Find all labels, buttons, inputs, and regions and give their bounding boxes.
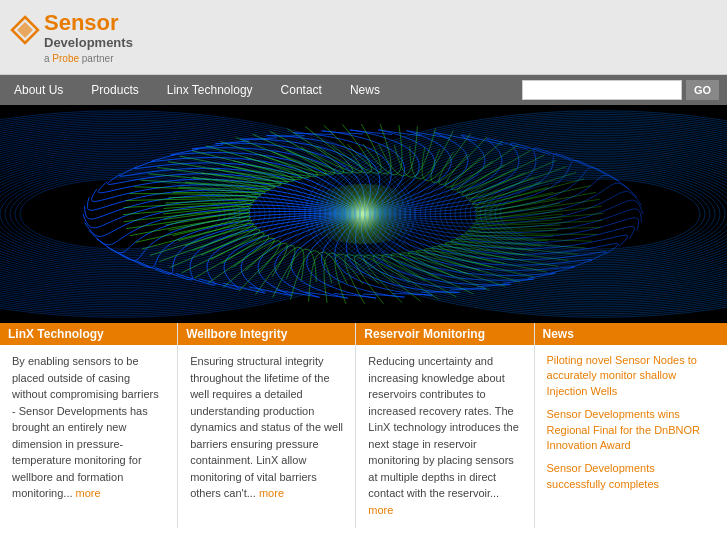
nav-products[interactable]: Products (77, 75, 152, 105)
wellbore-column: Wellbore Integrity Ensuring structural i… (178, 323, 356, 528)
nav-about-us[interactable]: About Us (0, 75, 77, 105)
linx-column: LinX Technology By enabling sensors to b… (0, 323, 178, 528)
linx-body: By enabling sensors to be placed outside… (12, 353, 165, 502)
reservoir-body: Reducing uncertainty and increasing know… (368, 353, 521, 518)
logo-icon (10, 15, 40, 45)
news-item-2[interactable]: Sensor Developments successfully complet… (547, 461, 715, 492)
wellbore-header: Wellbore Integrity (178, 323, 355, 345)
logo-probe-text: a Probe partner (44, 53, 133, 64)
news-header: News (535, 323, 727, 345)
reservoir-more-link[interactable]: more (368, 504, 393, 516)
nav-news[interactable]: News (336, 75, 394, 105)
nav-contact[interactable]: Contact (267, 75, 336, 105)
wellbore-body: Ensuring structural integrity throughout… (190, 353, 343, 502)
reservoir-column: Reservoir Monitoring Reducing uncertaint… (356, 323, 534, 528)
search-input[interactable] (522, 80, 682, 100)
reservoir-header: Reservoir Monitoring (356, 323, 533, 345)
logo-sensor-text: Sensor (44, 10, 119, 36)
news-column: News Piloting novel Sensor Nodes to accu… (535, 323, 727, 528)
logo: Sensor Developments a Probe partner (10, 10, 133, 64)
nav-linx-technology[interactable]: Linx Technology (153, 75, 267, 105)
search-area: GO (522, 80, 727, 100)
nav-bar: About Us Products Linx Technology Contac… (0, 75, 727, 105)
svg-marker-1 (17, 22, 33, 38)
hero-image (0, 105, 727, 323)
hero-canvas (0, 105, 727, 323)
news-items: Piloting novel Sensor Nodes to accuratel… (547, 353, 715, 492)
wellbore-more-link[interactable]: more (259, 487, 284, 499)
logo-developments-text: Developments (44, 36, 133, 50)
news-item-0[interactable]: Piloting novel Sensor Nodes to accuratel… (547, 353, 715, 399)
news-item-1[interactable]: Sensor Developments wins Regional Final … (547, 407, 715, 453)
nav-items: About Us Products Linx Technology Contac… (0, 75, 394, 105)
go-button[interactable]: GO (686, 80, 719, 100)
linx-header: LinX Technology (0, 323, 177, 345)
content-section: LinX Technology By enabling sensors to b… (0, 323, 727, 528)
linx-more-link[interactable]: more (76, 487, 101, 499)
logo-text-area: Sensor Developments (44, 10, 133, 50)
header: Sensor Developments a Probe partner (0, 0, 727, 75)
logo-name: Sensor Developments (10, 10, 133, 50)
